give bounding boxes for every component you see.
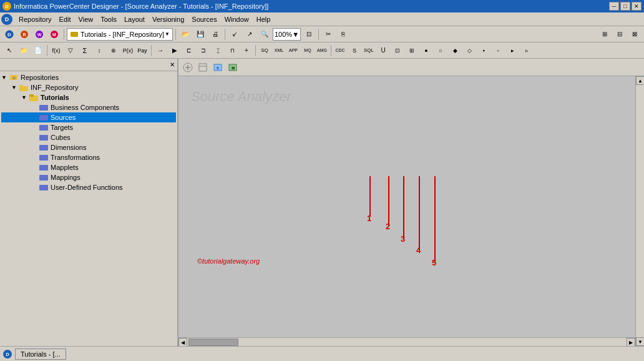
menu-layout[interactable]: Layout	[120, 14, 149, 24]
tree-node-inf-repository[interactable]: ▼ INF_Repository	[1, 82, 176, 92]
toolbar-right-3[interactable]: ⊠	[628, 28, 642, 41]
menu-view[interactable]: View	[75, 14, 97, 24]
tool-amg[interactable]: AMG	[315, 44, 329, 57]
tree-node-tutorials[interactable]: ▼ Tutorials	[1, 92, 176, 102]
menu-edit[interactable]: Edit	[56, 14, 75, 24]
menu-repository[interactable]: Repository	[15, 14, 56, 24]
tool-mq[interactable]: MQ	[301, 44, 315, 57]
tool-shape2[interactable]: ⊐	[197, 44, 210, 57]
status-tab[interactable]: Tutorials - [...	[15, 349, 66, 360]
toolbar-import[interactable]: ↙	[228, 28, 242, 41]
tool-s[interactable]: S	[348, 44, 361, 57]
tool-open2[interactable]: 📁	[17, 44, 31, 57]
toolbar-drawing: ↖ 📁 📄 f(x) ▽ Σ ↕ ⊕ P(x) Pay → ▶ ⊏ ⊐ ⌶ ⊓ …	[0, 42, 644, 59]
tool-u[interactable]: U	[376, 44, 390, 57]
tree-node-cubes[interactable]: Cubes	[1, 132, 176, 142]
scroll-v-track[interactable]	[636, 85, 644, 337]
tool-shape4[interactable]: ⊓	[225, 44, 239, 57]
toolbar-right-2[interactable]: ⊟	[613, 28, 627, 41]
tool-extra6[interactable]: ◇	[462, 44, 476, 57]
tool-select[interactable]: ↖	[2, 44, 16, 57]
toolbar-open[interactable]: 📂	[178, 28, 192, 41]
toolbar-cut[interactable]: ✂	[321, 28, 335, 41]
expand-repositories[interactable]: ▼	[1, 74, 9, 81]
tool-extra4[interactable]: ○	[434, 44, 447, 57]
toolbar-btn-3[interactable]: W	[32, 28, 46, 41]
canvas-area[interactable]: Source Analyzer ©tutorialgateway.org 1 2…	[178, 76, 644, 346]
tool-extra9[interactable]: ▸	[505, 44, 519, 57]
tool-cdc[interactable]: CDC	[333, 44, 347, 57]
tool-filter[interactable]: ▽	[64, 44, 77, 57]
scrollbar-horizontal[interactable]: ◀ ▶	[178, 337, 635, 346]
tool-extra8[interactable]: ▫	[491, 44, 505, 57]
scroll-up-btn[interactable]: ▲	[636, 76, 644, 85]
toolbar-right-1[interactable]: ⊞	[598, 28, 612, 41]
tool-extra2[interactable]: ⊞	[405, 44, 419, 57]
toolbar-copy[interactable]: ⎘	[336, 28, 350, 41]
tool-sql[interactable]: SQL	[362, 44, 376, 57]
toolbar-fit[interactable]: ⊡	[302, 28, 316, 41]
scrollbar-vertical[interactable]: ▲ ▼	[635, 76, 644, 346]
toolbar-btn-1[interactable]: D	[2, 28, 16, 41]
tree-node-sources[interactable]: Sources	[1, 112, 176, 122]
toolbar-print[interactable]: 🖨	[208, 28, 222, 41]
tool-extra3[interactable]: ●	[419, 44, 433, 57]
zoom-dropdown[interactable]: 100% ▼	[273, 28, 301, 41]
tree-node-dimensions[interactable]: Dimensions	[1, 142, 176, 152]
toolbar-btn-2[interactable]: R	[17, 28, 31, 41]
tool-shape3[interactable]: ⌶	[211, 44, 225, 57]
tool-join[interactable]: ⊕	[107, 44, 120, 57]
canvas-btn-4[interactable]: ⊞	[226, 61, 240, 74]
tool-extra5[interactable]: ◆	[448, 44, 462, 57]
expand-inf-repo[interactable]: ▼	[11, 84, 19, 91]
tree-node-mapplets[interactable]: Mapplets	[1, 162, 176, 172]
close-button[interactable]: ✕	[632, 2, 642, 11]
tree-node-transformations[interactable]: Transformations	[1, 152, 176, 162]
canvas-btn-2[interactable]	[196, 61, 210, 74]
tree-node-business-components[interactable]: Business Components	[1, 102, 176, 112]
toolbar-export[interactable]: ↗	[243, 28, 256, 41]
tool-func[interactable]: f(x)	[49, 44, 63, 57]
scroll-right-btn[interactable]: ▶	[627, 338, 635, 346]
annotation-5: 5	[432, 258, 436, 267]
scroll-h-thumb[interactable]	[188, 339, 238, 346]
tool-play[interactable]: ▶	[168, 44, 182, 57]
menu-tools[interactable]: Tools	[97, 14, 120, 24]
tool-new[interactable]: 📄	[31, 44, 45, 57]
tool-pay[interactable]: Pay	[135, 44, 149, 57]
restore-button[interactable]: □	[620, 2, 630, 11]
tool-plus[interactable]: +	[240, 44, 253, 57]
tree-node-targets[interactable]: Targets	[1, 122, 176, 132]
tool-extra1[interactable]: ⊡	[391, 44, 404, 57]
tool-p[interactable]: P(x)	[121, 44, 135, 57]
tool-arrow[interactable]: →	[154, 44, 167, 57]
canvas-btn-3[interactable]: S	[211, 61, 225, 74]
scroll-down-btn[interactable]: ▼	[636, 337, 644, 346]
tool-app[interactable]: APP	[286, 44, 300, 57]
tool-xml[interactable]: XML	[272, 44, 286, 57]
tree-node-udf[interactable]: User-Defined Functions	[1, 182, 176, 192]
menu-sources[interactable]: Sources	[188, 14, 220, 24]
tree-node-mappings[interactable]: Mappings	[1, 172, 176, 182]
connection-dropdown[interactable]: Tutorials - [INF_Repository] ▼	[67, 28, 173, 41]
toolbar-save[interactable]: 💾	[193, 28, 207, 41]
tool-extra7[interactable]: ▪	[477, 44, 490, 57]
toolbar-btn-4[interactable]: M	[47, 28, 61, 41]
tool-shape1[interactable]: ⊏	[182, 44, 196, 57]
expand-tutorials[interactable]: ▼	[21, 94, 29, 101]
menu-help[interactable]: Help	[253, 14, 275, 24]
tool-sq[interactable]: SQ	[258, 44, 271, 57]
scroll-h-track[interactable]	[187, 338, 627, 346]
canvas-btn-1[interactable]	[181, 61, 195, 74]
tool-extra10[interactable]: ▹	[520, 44, 534, 57]
tool-sort[interactable]: ↕	[92, 44, 106, 57]
tool-sigma[interactable]: Σ	[78, 44, 92, 57]
minimize-button[interactable]: ─	[609, 2, 619, 11]
tree-node-repositories[interactable]: ▼ ⊞ Repositories	[1, 72, 176, 82]
scroll-left-btn[interactable]: ◀	[178, 338, 187, 346]
menu-window[interactable]: Window	[221, 14, 253, 24]
tree-label-udf: User-Defined Functions	[51, 184, 123, 191]
menu-versioning[interactable]: Versioning	[149, 14, 188, 24]
panel-close-btn[interactable]: ✕	[170, 61, 175, 68]
toolbar-zoom-in[interactable]: 🔍	[258, 28, 271, 41]
